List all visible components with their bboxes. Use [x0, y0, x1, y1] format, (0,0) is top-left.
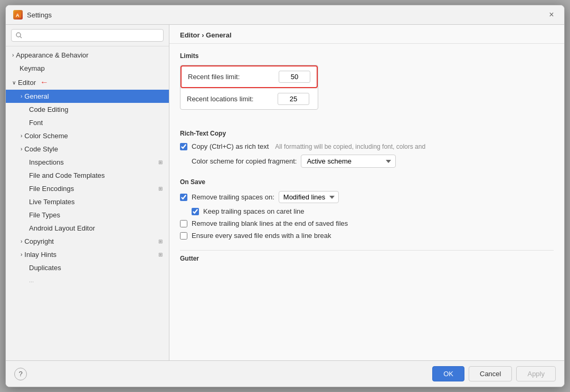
arrow-indicator: ← [40, 78, 49, 87]
recent-files-input[interactable] [279, 71, 310, 83]
close-button[interactable]: × [546, 9, 557, 20]
sidebar-item-keymap[interactable]: Keymap [6, 62, 169, 75]
sidebar-item-file-types[interactable]: File Types [6, 208, 169, 222]
app-icon: A [13, 10, 23, 20]
copy-hint-text: All formatting will be copied, including… [275, 143, 425, 150]
sidebar: › Appearance & Behavior Keymap ∨ Editor … [6, 25, 169, 360]
arrow-icon: › [21, 133, 22, 139]
recent-files-label: Recent files limit: [188, 73, 272, 81]
recent-locations-label: Recent locations limit: [187, 95, 271, 103]
sidebar-item-label: Editor [18, 79, 36, 87]
color-scheme-dropdown[interactable]: Active scheme Default Custom [301, 155, 396, 168]
recent-files-row: Recent files limit: [180, 65, 318, 88]
copy-rich-text-row: Copy (Ctrl+C) as rich text All formattin… [180, 142, 554, 150]
help-button[interactable]: ? [14, 368, 27, 380]
cancel-button[interactable]: Cancel [469, 366, 512, 381]
keep-trailing-checkbox[interactable] [192, 208, 199, 215]
main-panel: Editor › General Limits Recent files lim… [169, 25, 564, 360]
sidebar-item-label: Code Editing [29, 106, 68, 113]
settings-page-icon: ⊞ [158, 159, 163, 165]
arrow-icon: › [21, 93, 22, 99]
sidebar-item-label: File and Code Templates [29, 171, 105, 179]
sidebar-item-file-code-templates[interactable]: File and Code Templates [6, 169, 169, 182]
ensure-newline-row: Ensure every saved file ends with a line… [180, 232, 554, 240]
recent-locations-input[interactable] [278, 93, 309, 105]
sidebar-item-live-templates[interactable]: Live Templates [6, 195, 169, 208]
sidebar-item-code-editing[interactable]: Code Editing [6, 103, 169, 116]
remove-trailing-row: Remove trailing spaces on: Modified line… [180, 191, 554, 203]
settings-page-icon: ⊞ [158, 186, 163, 192]
sidebar-item-label: Android Layout Editor [29, 224, 95, 232]
arrow-icon: › [21, 238, 22, 244]
sidebar-item-label: Duplicates [29, 264, 61, 272]
sidebar-item-label: Keymap [12, 64, 45, 72]
sidebar-item-label: Inspections [29, 158, 64, 166]
arrow-icon: › [21, 252, 22, 257]
on-save-section: On Save Remove trailing spaces on: Modif… [180, 178, 554, 240]
rich-text-copy-section: Rich-Text Copy Copy (Ctrl+C) as rich tex… [180, 130, 554, 168]
settings-page-icon: ⊞ [158, 252, 163, 257]
search-input[interactable] [11, 29, 164, 42]
color-scheme-row: Color scheme for copied fragment: Active… [180, 155, 554, 168]
limits-title: Limits [180, 52, 554, 60]
remove-blank-checkbox[interactable] [180, 220, 187, 227]
recent-locations-row: Recent locations limit: [180, 88, 318, 109]
limits-box: Recent files limit: Recent locations lim… [180, 65, 318, 110]
sidebar-item-inspections[interactable]: Inspections ⊞ [6, 156, 169, 169]
ensure-newline-checkbox[interactable] [180, 232, 187, 240]
copy-rich-text-label: Copy (Ctrl+C) as rich text [192, 142, 269, 150]
sidebar-item-label: File Encodings [29, 185, 74, 193]
sidebar-item-appearance[interactable]: › Appearance & Behavior [6, 49, 169, 62]
settings-dialog: A Settings × › Appearance & Behavior Key… [5, 5, 565, 387]
arrow-icon: › [21, 146, 22, 152]
sidebar-item-label: Font [29, 119, 43, 127]
sidebar-item-file-encodings[interactable]: File Encodings ⊞ [6, 182, 169, 195]
sidebar-item-label: File Types [29, 211, 60, 219]
remove-blank-row: Remove trailing blank lines at the end o… [180, 219, 554, 227]
on-save-title: On Save [180, 178, 554, 186]
ok-button[interactable]: OK [432, 366, 464, 381]
search-box [6, 25, 169, 46]
sidebar-item-general[interactable]: › General [6, 90, 169, 103]
sidebar-item-label: Color Scheme [24, 132, 68, 140]
sidebar-item-label: Copyright [24, 237, 54, 245]
footer-buttons: OK Cancel Apply [432, 366, 556, 381]
gutter-title: Gutter [180, 250, 554, 262]
arrow-icon: ∨ [12, 80, 16, 85]
sidebar-item-android-layout-editor[interactable]: Android Layout Editor [6, 222, 169, 235]
sidebar-item-label: Live Templates [29, 198, 74, 206]
color-scheme-label: Color scheme for copied fragment: [192, 157, 297, 165]
sidebar-item-label: Code Style [24, 145, 58, 153]
remove-trailing-checkbox[interactable] [180, 194, 187, 201]
ensure-newline-label: Ensure every saved file ends with a line… [192, 232, 331, 240]
nav-list: › Appearance & Behavior Keymap ∨ Editor … [6, 46, 169, 360]
keep-trailing-row: Keep trailing spaces on caret line [180, 207, 554, 215]
breadcrumb: Editor › General [169, 25, 564, 44]
gutter-section: Gutter [180, 250, 554, 262]
content-area: Limits Recent files limit: Recent locati… [169, 44, 564, 360]
settings-page-icon: ⊞ [158, 238, 163, 244]
limits-section: Limits Recent files limit: Recent locati… [180, 52, 554, 119]
titlebar: A Settings × [6, 5, 564, 25]
arrow-icon: › [12, 52, 14, 58]
sidebar-item-label: Appearance & Behavior [16, 51, 88, 59]
sidebar-item-editor[interactable]: ∨ Editor ← [6, 75, 169, 90]
sidebar-item-color-scheme[interactable]: › Color Scheme [6, 129, 169, 142]
keep-trailing-label: Keep trailing spaces on caret line [203, 207, 305, 215]
sidebar-item-font[interactable]: Font [6, 116, 169, 129]
rich-text-copy-title: Rich-Text Copy [180, 130, 554, 137]
sidebar-item-inlay-hints[interactable]: › Inlay Hints ⊞ [6, 248, 169, 261]
dialog-body: › Appearance & Behavior Keymap ∨ Editor … [6, 25, 564, 360]
sidebar-item-label: Inlay Hints [24, 251, 56, 259]
sidebar-item-more[interactable]: ... [6, 274, 169, 286]
titlebar-left: A Settings [13, 10, 52, 20]
apply-button[interactable]: Apply [516, 366, 556, 381]
sidebar-item-copyright[interactable]: › Copyright ⊞ [6, 235, 169, 248]
footer: ? OK Cancel Apply [6, 360, 564, 387]
svg-text:A: A [16, 13, 20, 18]
sidebar-item-code-style[interactable]: › Code Style [6, 142, 169, 156]
remove-blank-label: Remove trailing blank lines at the end o… [192, 219, 348, 227]
sidebar-item-duplicates[interactable]: Duplicates [6, 261, 169, 274]
trailing-spaces-dropdown[interactable]: Modified lines All lines None [279, 191, 339, 203]
copy-rich-text-checkbox[interactable] [180, 143, 187, 150]
